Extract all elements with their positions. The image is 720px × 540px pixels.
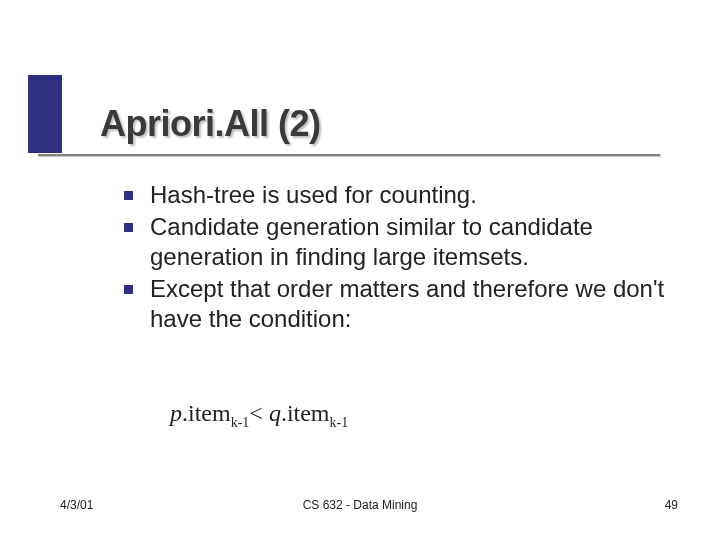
bullet-item: Except that order matters and therefore … [120, 274, 670, 334]
footer-course: CS 632 - Data Mining [0, 498, 720, 512]
footer-page-number: 49 [665, 498, 678, 512]
bullet-item: Hash-tree is used for counting. [120, 180, 670, 210]
bullet-item: Candidate generation similar to candidat… [120, 212, 670, 272]
bullet-list: Hash-tree is used for counting. Candidat… [120, 180, 670, 334]
formula: p.itemk-1< q.itemk-1 [170, 400, 348, 431]
formula-q-sub: k-1 [330, 415, 349, 430]
title-underline [38, 154, 660, 156]
formula-lt: < [249, 400, 269, 426]
slide: Apriori.All (2) Hash-tree is used for co… [0, 0, 720, 540]
footer: 4/3/01 CS 632 - Data Mining 49 [0, 492, 720, 512]
slide-title: Apriori.All (2) [100, 104, 660, 144]
formula-p-var: p [170, 400, 182, 426]
formula-q-var: q [269, 400, 281, 426]
formula-p-sub: k-1 [231, 415, 250, 430]
formula-q-field: .item [281, 400, 330, 426]
accent-bar [28, 75, 62, 153]
content-area: Hash-tree is used for counting. Candidat… [120, 180, 670, 336]
formula-p-field: .item [182, 400, 231, 426]
title-wrap: Apriori.All (2) [100, 104, 660, 144]
